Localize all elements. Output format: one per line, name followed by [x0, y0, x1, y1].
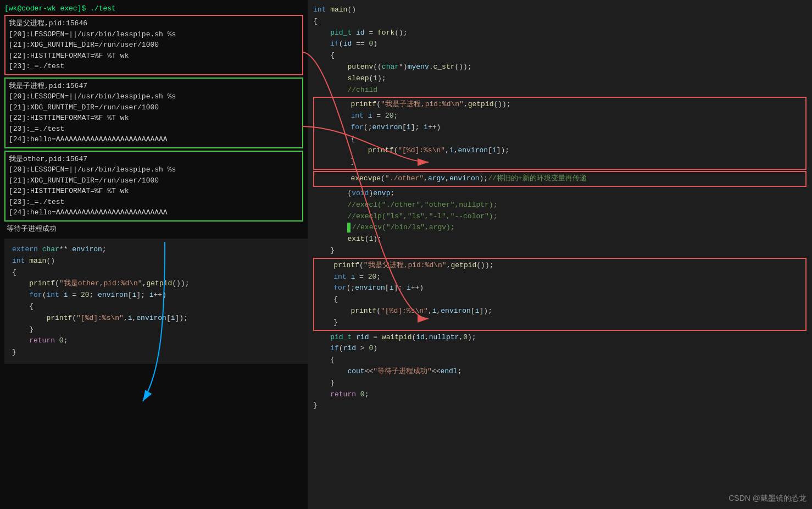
rc-waitpid: pid_t rid = waitpid(id,nullptr,0); [313, 332, 807, 344]
rc-parent-brace1: { [316, 294, 803, 306]
bc-line-5: printf("我是other,pid:%d\n",getpid()); [12, 278, 304, 290]
rc-return: return 0; [313, 389, 807, 401]
rc-child-printf2: printf("[%d]:%s\n",i,environ[i]); [316, 145, 803, 157]
rc-line-9: //child [313, 85, 807, 96]
rc-line-1: int main() [313, 4, 807, 16]
rc-exit: exit(1); [313, 234, 807, 245]
parent-line-5: [23]:_=./test [9, 61, 299, 72]
parent-line-1: 我是父进程,pid:15646 [9, 18, 299, 29]
bc-line-2: int main() [12, 256, 304, 267]
other-line-6: [24]:hello=AAAAAAAAAAAAAAAAAAAAAAAAAA [9, 207, 299, 218]
rc-child-brace2: } [316, 156, 803, 168]
child-line-2: [20]:LESSOPEN=||/usr/bin/lesspipe.sh %s [9, 91, 299, 102]
other-line-2: [20]:LESSOPEN=||/usr/bin/lesspipe.sh %s [9, 164, 299, 175]
other-line-1: 我是other,pid:15647 [9, 154, 299, 165]
rc-brace-close: } [313, 378, 807, 389]
rc-line-3: pid_t id = fork(); [313, 27, 807, 39]
parent-line-4: [22]:HISTTIMEFORMAT=%F %T wk [9, 51, 299, 62]
rc-child-for: for(;environ[i]; i++) [316, 122, 803, 134]
child-line-6: [24]:hello=AAAAAAAAAAAAAAAAAAAAAAAAAA [9, 134, 299, 145]
rc-parent-printf: printf("我是父进程,pid:%d\n",getpid()); [316, 260, 803, 272]
parent-code-highlight-box: printf("我是父进程,pid:%d\n",getpid()); int i… [313, 258, 807, 331]
code-editor-panel: int main() { pid_t id = fork(); if(id ==… [308, 0, 812, 509]
bc-line-3: { [12, 267, 304, 279]
rc-line-8: sleep(1); [313, 73, 807, 85]
bc-line-6: for(int i = 20; environ[i]; i++) [12, 290, 304, 301]
rc-line-5: { [313, 50, 807, 62]
other-line-3: [21]:XDG_RUNTIME_DIR=/run/user/1000 [9, 175, 299, 186]
child-line-3: [21]:XDG_RUNTIME_DIR=/run/user/1000 [9, 102, 299, 113]
bottom-code-panel: extern char** environ; int main() { prin… [4, 239, 312, 364]
other-process-output: 我是other,pid:15647 [20]:LESSOPEN=||/usr/b… [4, 151, 303, 222]
rc-parent-brace2: } [316, 317, 803, 329]
rc-parent-printf2: printf("[%d]:%s\n",i,environ[i]); [316, 306, 803, 317]
terminal-command: [wk@coder-wk exec]$ ./test [4, 4, 303, 13]
bc-line-1: extern char** environ; [12, 244, 304, 256]
rc-close-if: } [313, 245, 807, 257]
rc-brace-open: { [313, 355, 807, 366]
bc-line-8: printf("[%d]:%s\n",i,environ[i]); [12, 313, 304, 324]
rc-line-4: if(id == 0) [313, 38, 807, 50]
child-line-5: [23]:_=./test [9, 124, 299, 135]
parent-line-2: [20]:LESSOPEN=||/usr/bin/lesspipe.sh %s [9, 29, 299, 40]
other-line-4: [22]:HISTTIMEFORMAT=%F %T wk [9, 186, 299, 197]
rc-cmt1: //execl("./other","other",nullptr); [313, 200, 807, 211]
rc-main-close: } [313, 400, 807, 412]
wait-msg: 等待子进程成功 [4, 224, 303, 235]
rc-cout: cout<<"等待子进程成功"<<endl; [313, 366, 807, 378]
bc-line-9: } [12, 324, 304, 336]
bc-line-10: return 0; [12, 335, 304, 347]
rc-cmt3: //execv("/bin/ls",argv); [313, 222, 807, 234]
other-line-5: [23]:_=./test [9, 197, 299, 208]
rc-parent-for: for(;environ[i]; i++) [316, 283, 803, 294]
execvpe-highlight-box: execvpe("./other",argv,environ);//将旧的+新的… [313, 171, 807, 187]
rc-parent-int-i: int i = 20; [316, 272, 803, 283]
bc-line-7: { [12, 301, 304, 313]
rc-void-envp: (void)envp; [313, 188, 807, 200]
rc-if-rid: if(rid > 0) [313, 343, 807, 355]
parent-line-3: [21]:XDG_RUNTIME_DIR=/run/user/1000 [9, 40, 299, 51]
parent-process-output: 我是父进程,pid:15646 [20]:LESSOPEN=||/usr/bin… [4, 15, 303, 75]
child-line-4: [22]:HISTTIMEFORMAT=%F %T wk [9, 113, 299, 124]
rc-line-2: { [313, 16, 807, 27]
rc-execvpe: execvpe("./other",argv,environ);//将旧的+新的… [316, 173, 803, 185]
bc-line-11: } [12, 347, 304, 358]
rc-child-printf: printf("我是子进程,pid:%d\n",getpid()); [316, 99, 803, 110]
rc-line-7: putenv((char*)myenv.c_str()); [313, 62, 807, 73]
child-line-1: 我是子进程,pid:15647 [9, 81, 299, 92]
rc-cmt2: //execlp("ls","ls","-l","--color"); [313, 211, 807, 223]
terminal-panel: [wk@coder-wk exec]$ ./test 我是父进程,pid:156… [0, 0, 308, 509]
watermark: CSDN @戴墨镜的恐龙 [728, 494, 807, 504]
rc-child-int-i: int i = 20; [316, 110, 803, 122]
rc-child-brace1: { [316, 134, 803, 145]
child-process-output: 我是子进程,pid:15647 [20]:LESSOPEN=||/usr/bin… [4, 78, 303, 148]
child-code-highlight-box: printf("我是子进程,pid:%d\n",getpid()); int i… [313, 97, 807, 170]
